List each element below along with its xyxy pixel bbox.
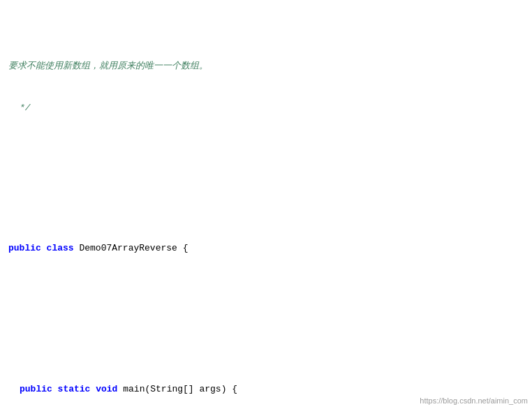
line-3: [6, 172, 532, 186]
watermark: https://blog.csdn.net/aimin_com: [420, 396, 528, 405]
kw-static: static: [58, 382, 96, 396]
method-name: main(String[] args) {: [123, 382, 237, 396]
kw-public: public: [8, 241, 47, 255]
line-6: public static void main(String[] args) {: [6, 382, 532, 396]
line-2: */: [6, 101, 532, 115]
kw-public2: public: [20, 382, 58, 396]
line-1: 要求不能使用新数组，就用原来的唯一一个数组。: [6, 59, 532, 73]
line-4: public class Demo07ArrayReverse {: [6, 241, 532, 255]
kw-class: class: [47, 241, 80, 255]
line-content: */: [20, 101, 31, 115]
classname: Demo07ArrayReverse {: [79, 241, 188, 255]
kw-void: void: [96, 382, 123, 396]
line-content: 要求不能使用新数组，就用原来的唯一一个数组。: [8, 59, 208, 73]
code-area: 要求不能使用新数组，就用原来的唯一一个数组。 */ public class D…: [0, 0, 532, 409]
line-5: [6, 312, 532, 326]
code-editor: 要求不能使用新数组，就用原来的唯一一个数组。 */ public class D…: [0, 0, 532, 409]
